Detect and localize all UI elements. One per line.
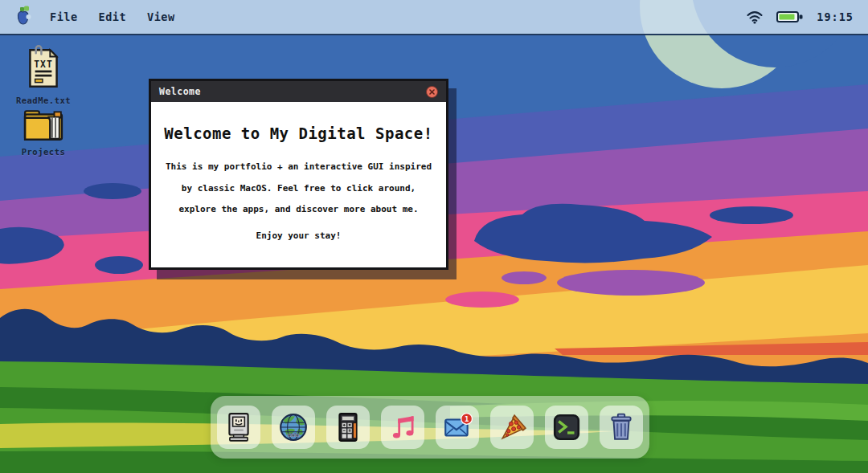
- dock-item-trash[interactable]: [600, 406, 643, 449]
- svg-text:www: www: [288, 431, 300, 438]
- welcome-footer-line: Enjoy your stay!: [161, 230, 436, 241]
- welcome-body-line: This is my portfolio + an interactive GU…: [161, 157, 436, 178]
- window-title: Welcome: [159, 86, 201, 97]
- menu-item-view[interactable]: View: [147, 10, 175, 23]
- welcome-heading: Welcome to My Digital Space!: [161, 124, 436, 142]
- desktop-icon-readme[interactable]: TXT ReadMe.txt: [10, 45, 77, 105]
- dock-item-browser[interactable]: www: [272, 406, 315, 449]
- dock-item-pizza[interactable]: [490, 406, 534, 449]
- dock-item-calculator[interactable]: [326, 406, 370, 449]
- window-content: Welcome to My Digital Space! This is my …: [151, 102, 446, 267]
- terminal-icon: [551, 412, 582, 442]
- desktop-icon-label: Projects: [22, 147, 66, 157]
- desktop-icon-label: ReadMe.txt: [16, 96, 71, 105]
- desktop-icon-projects[interactable]: Projects: [10, 108, 77, 157]
- dock-item-computer[interactable]: [217, 406, 260, 449]
- welcome-window: Welcome Welcome to My Digital Space! Thi…: [149, 79, 448, 270]
- apple-logo-icon[interactable]: [13, 6, 34, 28]
- menu-bar: File Edit View 19:15: [0, 0, 868, 35]
- classic-mac-icon: [223, 412, 254, 442]
- welcome-body-line: explore the apps, and discover more abou…: [161, 199, 436, 221]
- mail-icon: 1: [442, 412, 473, 442]
- welcome-body-line: by classic MacOS. Feel free to click aro…: [161, 178, 436, 200]
- folder-icon: [23, 108, 64, 143]
- wifi-icon: [746, 10, 764, 24]
- menu-bar-status: 19:15: [746, 10, 855, 24]
- battery-icon: [776, 10, 804, 24]
- svg-text:1: 1: [465, 415, 469, 423]
- menu-item-file[interactable]: File: [50, 10, 78, 23]
- dock-item-music[interactable]: [381, 406, 424, 449]
- clock: 19:15: [817, 10, 854, 23]
- calculator-icon: [333, 412, 363, 442]
- menu-item-edit[interactable]: Edit: [99, 10, 127, 23]
- trash-icon: [606, 412, 637, 442]
- dock-item-mail[interactable]: 1: [436, 406, 479, 449]
- music-note-icon: [387, 412, 418, 442]
- dock-item-terminal[interactable]: [545, 406, 588, 449]
- svg-text:TXT: TXT: [34, 59, 53, 70]
- close-icon: [429, 89, 435, 95]
- close-button[interactable]: [426, 86, 438, 98]
- desktop: File Edit View 19:15 TXT: [0, 0, 868, 473]
- globe-icon: www: [278, 412, 309, 442]
- dock: www: [211, 396, 649, 459]
- text-file-icon: TXT: [25, 45, 62, 92]
- menu-items: File Edit View: [50, 10, 175, 23]
- window-titlebar[interactable]: Welcome: [151, 81, 446, 102]
- pizza-icon: [497, 412, 527, 442]
